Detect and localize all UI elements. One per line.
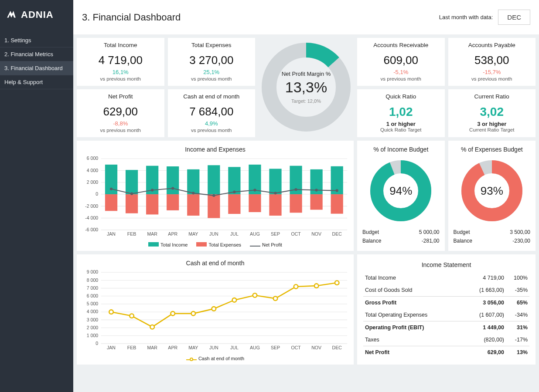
chart-income-expenses: Income and Expenses -6 000-4 000-2 00002… (77, 141, 354, 251)
balance-label: Balance (454, 238, 472, 244)
card-delta: -5,1% (393, 69, 408, 75)
month-select[interactable]: DEC (498, 10, 530, 25)
svg-text:OCT: OCT (291, 231, 301, 237)
donut-expenses: 93% (459, 158, 525, 223)
svg-point-98 (212, 307, 216, 311)
svg-rect-17 (105, 194, 117, 211)
card-net-profit-margin: Net Profit Margin % 13,3% Target: 12,0% (259, 38, 354, 137)
card-accounts-payable: Accounts Payable 538,00 -15,7% vs previo… (448, 38, 536, 86)
stmt-row: Total Operating Expenses(1 607,00)-34% (363, 309, 529, 321)
svg-text:FEB: FEB (127, 231, 136, 237)
gauge: Net Profit Margin % 13,3% Target: 12,0% (260, 41, 352, 133)
svg-text:-6 000: -6 000 (85, 227, 98, 232)
card-value: 538,00 (474, 54, 509, 67)
nav-item[interactable]: Help & Support (0, 75, 73, 89)
nav-item[interactable]: 2. Financial Metrics (0, 47, 73, 61)
last-month-block: Last month with data: DEC (439, 10, 530, 25)
svg-rect-38 (249, 194, 261, 212)
logo-icon (5, 8, 17, 21)
svg-rect-19 (126, 170, 138, 194)
cash-chart-svg: 01 0002 0003 0004 0005 0006 0007 0008 00… (80, 270, 352, 353)
svg-point-62 (315, 189, 317, 191)
ratio-target: 1 or higher (386, 121, 416, 127)
svg-point-102 (253, 293, 257, 297)
card-value: 4 719,00 (99, 54, 143, 67)
balance-value: -281,00 (422, 238, 440, 244)
svg-text:6 000: 6 000 (87, 156, 99, 161)
card-title: % of Expenses Budget (452, 146, 532, 153)
svg-text:3 000: 3 000 (87, 317, 99, 322)
svg-text:FEB: FEB (127, 345, 136, 350)
card-value: 629,00 (103, 105, 138, 118)
svg-rect-34 (228, 167, 240, 194)
budget-value: 5 000,00 (419, 229, 440, 235)
chart-title: Income and Expenses (80, 146, 350, 153)
card-cash-eom: Cash at end of month 7 684,00 4,9% vs pr… (168, 89, 256, 137)
nav-item[interactable]: 1. Settings (0, 34, 73, 47)
svg-text:MAR: MAR (147, 345, 157, 350)
svg-text:5 000: 5 000 (87, 301, 99, 306)
svg-text:0: 0 (96, 191, 98, 196)
card-accounts-receivable: Accounts Receivable 609,00 -5,1% vs prev… (357, 38, 445, 86)
card-sub: Current Ratio Target (469, 127, 514, 132)
donut-pct: 93% (459, 158, 525, 223)
svg-point-100 (232, 298, 236, 302)
svg-rect-26 (167, 194, 179, 210)
card-current-ratio: Current Ratio 3,02 3 or higher Current R… (448, 89, 536, 137)
svg-point-63 (336, 189, 338, 192)
gauge-label: Net Profit Margin % (282, 71, 331, 77)
budget-label: Budget (454, 229, 470, 235)
svg-text:MAY: MAY (188, 231, 198, 237)
card-delta: 4,9% (205, 120, 218, 127)
card-delta: 16,1% (113, 69, 129, 75)
svg-text:4 000: 4 000 (87, 309, 99, 314)
last-month-label: Last month with data: (439, 14, 493, 20)
balance-label: Balance (362, 238, 381, 244)
svg-point-92 (150, 325, 154, 329)
app-root: ADNIA 1. Settings2. Financial Metrics3. … (0, 0, 539, 392)
card-title: Accounts Receivable (373, 42, 428, 48)
nav: 1. Settings2. Financial Metrics3. Financ… (0, 34, 73, 89)
svg-text:-4 000: -4 000 (85, 215, 98, 220)
svg-text:AUG: AUG (250, 231, 260, 237)
ratio-target: 3 or higher (477, 121, 506, 127)
nav-item[interactable]: 3. Financial Dashboard (0, 61, 73, 75)
stmt-title: Income Statement (363, 261, 529, 268)
page-title: 3. Financial Dashboard (82, 12, 181, 23)
svg-rect-44 (290, 194, 302, 213)
svg-point-54 (151, 189, 154, 191)
card-income-budget: % of Income Budget 94% Budget5 000,00 Ba… (357, 141, 445, 251)
svg-text:JAN: JAN (107, 231, 116, 237)
svg-rect-28 (187, 169, 199, 194)
budget-value: 3 500,00 (510, 229, 530, 235)
income-statement: Income Statement Total Income4 719,00100… (357, 254, 536, 365)
svg-text:AUG: AUG (250, 345, 260, 350)
balance-value: -230,00 (512, 238, 530, 244)
svg-text:9 000: 9 000 (87, 270, 99, 274)
svg-text:SEP: SEP (271, 231, 280, 237)
card-total-expenses: Total Expenses 3 270,00 25,1% vs previou… (168, 38, 256, 86)
svg-text:JUN: JUN (209, 345, 218, 350)
card-title: Current Ratio (474, 93, 509, 100)
card-delta: 25,1% (203, 69, 219, 75)
card-title: Total Expenses (191, 42, 232, 48)
svg-text:8 000: 8 000 (87, 277, 99, 283)
svg-rect-31 (208, 165, 220, 194)
svg-point-96 (191, 311, 195, 315)
brand: ADNIA (0, 0, 73, 34)
svg-text:MAR: MAR (147, 231, 157, 237)
svg-text:0: 0 (96, 341, 98, 346)
card-title: % of Income Budget (361, 146, 441, 153)
card-title: Accounts Payable (468, 42, 515, 48)
svg-text:4 000: 4 000 (87, 168, 99, 173)
card-value: 7 684,00 (189, 105, 233, 118)
svg-point-94 (171, 311, 174, 315)
stmt-row: Gross Profit3 056,0065% (363, 297, 529, 309)
cash-legend: Cash at end of month (80, 354, 350, 363)
svg-rect-35 (228, 194, 240, 214)
svg-rect-32 (208, 194, 220, 218)
sidebar: ADNIA 1. Settings2. Financial Metrics3. … (0, 0, 73, 392)
card-sub: vs previous month (100, 128, 141, 133)
gauge-value: 13,3% (285, 79, 327, 96)
svg-point-56 (192, 192, 194, 194)
